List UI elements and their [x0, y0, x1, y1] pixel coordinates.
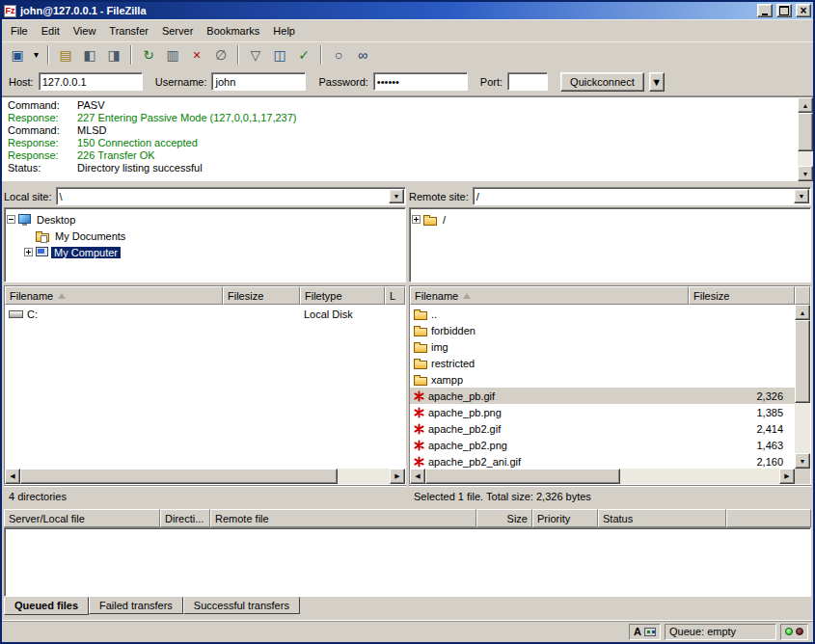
menu-help[interactable]: Help [266, 21, 302, 40]
column-header-filesize[interactable]: Filesize [223, 286, 300, 305]
column-header-filename[interactable]: Filename [5, 286, 223, 305]
disconnect-icon[interactable]: ∅ [209, 44, 232, 66]
scrollbar-thumb[interactable] [798, 113, 813, 151]
menu-server[interactable]: Server [155, 21, 200, 40]
column-header-direction[interactable]: Directi... [160, 509, 210, 527]
column-header-size[interactable]: Size [476, 509, 532, 527]
scroll-right-button[interactable] [779, 469, 795, 484]
tree-item-desktop[interactable]: Desktop [7, 211, 403, 228]
filezilla-window: Fz john@127.0.0.1 - FileZilla File Edit … [0, 0, 815, 644]
file-row-apache-pb-png[interactable]: apache_pb.png 1,385 [410, 404, 795, 420]
local-horizontal-scrollbar[interactable] [5, 469, 405, 484]
chevron-down-icon[interactable] [389, 189, 404, 203]
scrollbar-thumb[interactable] [795, 320, 810, 403]
column-header-priority[interactable]: Priority [532, 509, 598, 527]
username-input[interactable] [211, 72, 306, 91]
remote-horizontal-scrollbar[interactable] [410, 469, 810, 484]
column-header-status[interactable]: Status [598, 509, 726, 527]
tree-item-root[interactable]: / [412, 211, 808, 228]
toggle-remote-tree-icon[interactable]: ◨ [102, 44, 125, 66]
tab-successful-transfers[interactable]: Successful transfers [183, 597, 300, 614]
compare-icon[interactable]: ◫ [268, 44, 291, 66]
tab-queued-files[interactable]: Queued files [4, 597, 89, 615]
transfer-type-indicator[interactable]: A [629, 624, 661, 640]
scroll-down-button[interactable] [795, 453, 810, 469]
tab-failed-transfers[interactable]: Failed transfers [89, 597, 183, 614]
expand-expander-icon[interactable] [412, 215, 421, 224]
column-header-lastmodified[interactable]: L [385, 286, 405, 305]
log-scrollbar[interactable] [798, 97, 813, 181]
collapse-expander-icon[interactable] [7, 215, 15, 224]
send-activity-led-icon [796, 628, 803, 635]
file-row-apache-pb2-ani-gif[interactable]: apache_pb2_ani.gif 2,160 [410, 453, 795, 469]
scroll-right-button[interactable] [390, 469, 405, 484]
queue-list[interactable] [4, 527, 811, 597]
file-row-apache-pb2-png[interactable]: apache_pb2.png 1,463 [410, 437, 795, 453]
local-list-rows: C: Local Disk [5, 305, 405, 469]
file-row-parent-dir[interactable]: .. [410, 306, 795, 322]
tree-item-my-documents[interactable]: My Documents [36, 228, 403, 244]
refresh-icon[interactable]: ↻ [137, 44, 160, 66]
port-input[interactable] [507, 72, 548, 91]
folder-icon [414, 377, 427, 386]
expand-expander-icon[interactable] [24, 248, 33, 256]
scrollbar-thumb[interactable] [425, 469, 620, 484]
scrollbar-thumb[interactable] [20, 469, 338, 484]
tree-item-my-computer[interactable]: My Computer [24, 244, 403, 260]
file-row-img[interactable]: img [410, 338, 795, 355]
toolbar: ▣ ▾ ▤ ◧ ◨ ↻ ▥ × ∅ ▽ ◫ ✓ ○ ∞ [2, 41, 813, 67]
remote-pane: Remote site: / / Filename Filesize [409, 185, 811, 505]
find-icon[interactable]: ∞ [351, 44, 374, 66]
column-header-filename[interactable]: Filename [410, 286, 689, 305]
tree-item-label: Desktop [34, 214, 78, 226]
site-manager-icon[interactable]: ▣ [6, 44, 29, 66]
column-header-server-local-file[interactable]: Server/Local file [4, 509, 160, 527]
host-input[interactable] [39, 72, 143, 91]
scroll-left-button[interactable] [5, 469, 20, 484]
menu-file[interactable]: File [4, 21, 35, 40]
file-row-apache-pb2-gif[interactable]: apache_pb2.gif 2,414 [410, 420, 795, 437]
search-icon[interactable]: ○ [327, 44, 350, 66]
local-site-row: Local site: \ [4, 185, 406, 207]
scroll-up-button[interactable] [798, 97, 813, 113]
filename-text: .. [431, 309, 437, 320]
site-manager-dropdown-icon[interactable]: ▾ [30, 44, 42, 66]
file-row-restricted[interactable]: restricted [410, 355, 795, 371]
file-row-forbidden[interactable]: forbidden [410, 322, 795, 338]
scrollbar-track[interactable] [795, 320, 810, 453]
filesize-cell: 2,326 [689, 388, 795, 404]
minimize-button[interactable] [757, 4, 773, 17]
close-button[interactable] [796, 4, 811, 17]
password-input[interactable] [373, 72, 468, 91]
quickconnect-dropdown-icon[interactable] [649, 72, 665, 92]
menu-edit[interactable]: Edit [35, 21, 67, 40]
scrollbar-track[interactable] [425, 469, 779, 484]
local-site-combobox[interactable]: \ [56, 187, 406, 205]
scroll-up-button[interactable] [795, 305, 810, 320]
scroll-left-button[interactable] [410, 469, 425, 484]
file-row-xampp[interactable]: xampp [410, 371, 795, 388]
menu-bookmarks[interactable]: Bookmarks [200, 21, 266, 40]
toggle-local-tree-icon[interactable]: ◧ [78, 44, 101, 66]
file-row-apache-pb-gif-selected[interactable]: apache_pb.gif 2,326 [410, 388, 795, 404]
scrollbar-track[interactable] [798, 113, 813, 166]
column-header-remote-file[interactable]: Remote file [210, 509, 476, 527]
scrollbar-track[interactable] [20, 469, 390, 484]
maximize-button[interactable] [776, 4, 792, 17]
menu-view[interactable]: View [67, 21, 103, 40]
remote-site-combobox[interactable]: / [473, 187, 811, 205]
column-header-filetype[interactable]: Filetype [300, 286, 385, 305]
column-header-filesize[interactable]: Filesize [689, 286, 795, 305]
file-row-c-drive[interactable]: C: Local Disk [5, 306, 405, 322]
toggle-queue-icon[interactable]: ▥ [161, 44, 184, 66]
menu-transfer[interactable]: Transfer [102, 21, 155, 40]
toggle-message-log-icon[interactable]: ▤ [54, 44, 77, 66]
quickconnect-button[interactable]: Quickconnect [560, 72, 644, 92]
chevron-down-icon[interactable] [794, 189, 809, 203]
sync-browse-icon[interactable]: ✓ [292, 44, 315, 66]
remote-vertical-scrollbar[interactable] [795, 305, 810, 469]
filter-icon[interactable]: ▽ [244, 44, 267, 66]
cancel-icon[interactable]: × [185, 44, 208, 66]
scroll-down-button[interactable] [798, 166, 813, 181]
image-file-icon [414, 456, 424, 468]
